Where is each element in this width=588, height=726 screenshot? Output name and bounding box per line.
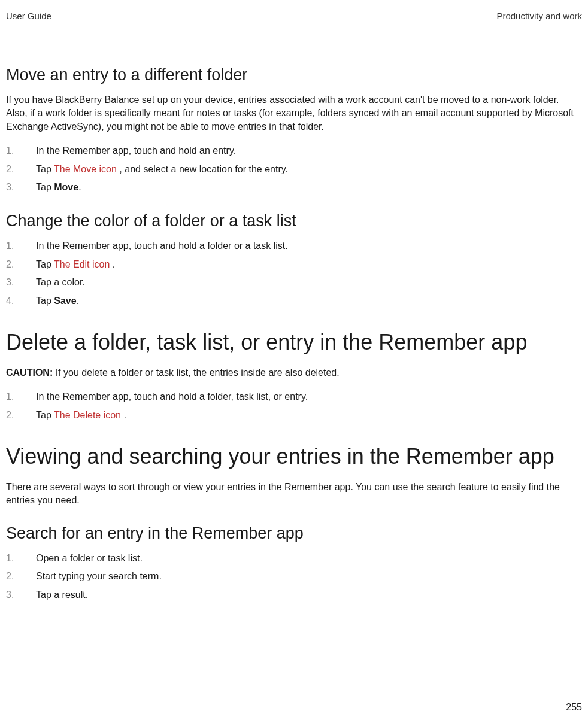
section1-step3: Tap Move. [6,181,582,194]
step-text-suffix: . [123,410,126,420]
header-right: Productivity and work [496,11,582,21]
section1-intro: If you have BlackBerry Balance set up on… [6,93,582,133]
caution-label: CAUTION: [6,367,56,378]
step-text-suffix: . [113,259,115,269]
delete-icon: The Delete icon [54,410,124,420]
step-text: Tap [36,259,54,269]
section4-intro: There are several ways to sort through o… [6,481,582,508]
save-bold: Save [54,296,76,306]
step-text: Tap [36,182,54,192]
section5-step2: Start typing your search term. [6,570,582,583]
step-text-suffix: . [77,296,79,306]
section2-step1: In the Remember app, touch and hold a fo… [6,239,582,253]
step-text-suffix: . [78,182,81,192]
section5-step3: Tap a result. [6,588,582,602]
section1-step2: Tap The Move icon , and select a new loc… [6,163,582,176]
section1-title: Move an entry to a different folder [6,66,582,84]
section3-title: Delete a folder, task list, or entry in … [6,329,582,356]
section5-steps: Open a folder or task list. Start typing… [6,552,582,602]
step-text-suffix: , and select a new location for the entr… [119,164,288,174]
section2-step2: Tap The Edit icon . [6,258,582,271]
header-left: User Guide [6,11,51,21]
section3-step1: In the Remember app, touch and hold a fo… [6,390,582,403]
move-icon: The Move icon [54,164,119,174]
section2-step3: Tap a color. [6,276,582,289]
section3-steps: In the Remember app, touch and hold a fo… [6,390,582,422]
section1-step1: In the Remember app, touch and hold an e… [6,144,582,157]
section5-title: Search for an entry in the Remember app [6,524,582,543]
caution-text: If you delete a folder or task list, the… [56,367,340,378]
section1-steps: In the Remember app, touch and hold an e… [6,144,582,194]
edit-icon: The Edit icon [54,259,113,269]
step-text: Tap [36,296,54,306]
section4-title: Viewing and searching your entries in th… [6,443,582,470]
section2-title: Change the color of a folder or a task l… [6,212,582,230]
page-header: User Guide Productivity and work [6,11,582,21]
step-text: Tap [36,164,54,174]
section3-caution: CAUTION: If you delete a folder or task … [6,366,582,379]
step-text: Tap [36,410,54,420]
section2-step4: Tap Save. [6,294,582,308]
page-number: 255 [566,702,582,713]
move-bold: Move [54,182,78,192]
section3-step2: Tap The Delete icon . [6,409,582,422]
section2-steps: In the Remember app, touch and hold a fo… [6,239,582,308]
section5-step1: Open a folder or task list. [6,552,582,565]
